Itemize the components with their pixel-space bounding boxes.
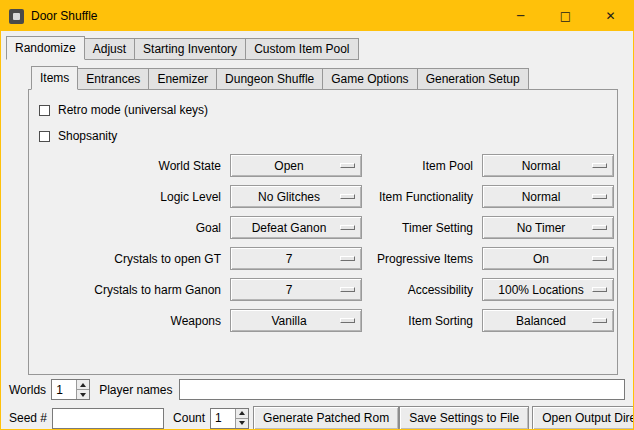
crystals-harm-ganon-dropdown[interactable]: 7 bbox=[230, 278, 362, 301]
arrow-down-icon bbox=[80, 393, 86, 397]
main-tab-bar: Randomize Adjust Starting Inventory Cust… bbox=[6, 36, 633, 60]
item-pool-label: Item Pool bbox=[369, 159, 475, 173]
world-state-dropdown[interactable]: Open bbox=[230, 154, 362, 177]
count-spinbox[interactable] bbox=[210, 408, 249, 429]
count-label: Count bbox=[173, 411, 205, 425]
close-icon: ✕ bbox=[605, 9, 615, 23]
arrow-up-icon bbox=[80, 383, 86, 387]
item-functionality-label: Item Functionality bbox=[369, 190, 475, 204]
world-state-label: World State bbox=[41, 159, 223, 173]
crystals-open-gt-label: Crystals to open GT bbox=[41, 252, 223, 266]
item-sorting-label: Item Sorting bbox=[369, 314, 475, 328]
weapons-label: Weapons bbox=[41, 314, 223, 328]
shopsanity-label: Shopsanity bbox=[58, 129, 117, 143]
dropdown-indicator-icon bbox=[592, 163, 607, 168]
worlds-spin-up-button[interactable] bbox=[77, 380, 89, 390]
tab-dungeon-shuffle[interactable]: Dungeon Shuffle bbox=[216, 68, 323, 90]
tab-starting-inventory[interactable]: Starting Inventory bbox=[134, 38, 246, 60]
weapons-dropdown[interactable]: Vanilla bbox=[230, 309, 362, 332]
dropdown-indicator-icon bbox=[592, 256, 607, 261]
seed-row: Seed # Count Generate Patched Rom Save S… bbox=[9, 406, 626, 429]
dropdown-indicator-icon bbox=[592, 318, 607, 323]
minimize-button[interactable]: ─ bbox=[498, 1, 543, 31]
progressive-items-dropdown[interactable]: On bbox=[482, 247, 614, 270]
goal-dropdown[interactable]: Defeat Ganon bbox=[230, 216, 362, 239]
seed-label: Seed # bbox=[9, 411, 47, 425]
dropdown-indicator-icon bbox=[340, 287, 355, 292]
options-grid: World State Open Item Pool Normal Logic … bbox=[41, 154, 609, 332]
shopsanity-checkbox-row[interactable]: Shopsanity bbox=[39, 128, 609, 144]
caption-buttons: ─ □ ✕ bbox=[498, 1, 633, 31]
timer-setting-value: No Timer bbox=[517, 221, 580, 235]
dropdown-indicator-icon bbox=[340, 256, 355, 261]
world-state-value: Open bbox=[274, 159, 317, 173]
dropdown-indicator-icon bbox=[592, 194, 607, 199]
tab-randomize[interactable]: Randomize bbox=[6, 36, 85, 60]
dropdown-indicator-icon bbox=[592, 287, 607, 292]
shopsanity-checkbox[interactable] bbox=[39, 131, 50, 142]
sub-tab-bar: Items Entrances Enemizer Dungeon Shuffle… bbox=[31, 66, 618, 90]
crystals-open-gt-value: 7 bbox=[286, 252, 307, 266]
bottom-bar: Worlds Player names Seed # Count bbox=[1, 375, 633, 429]
logic-level-label: Logic Level bbox=[41, 190, 223, 204]
generate-patched-rom-button[interactable]: Generate Patched Rom bbox=[253, 406, 399, 429]
dropdown-indicator-icon bbox=[340, 318, 355, 323]
logic-level-value: No Glitches bbox=[258, 190, 334, 204]
tab-generation-setup[interactable]: Generation Setup bbox=[417, 68, 529, 90]
maximize-button[interactable]: □ bbox=[543, 1, 588, 31]
tab-adjust[interactable]: Adjust bbox=[84, 38, 135, 60]
retro-mode-checkbox-row[interactable]: Retro mode (universal keys) bbox=[39, 102, 609, 118]
tab-entrances[interactable]: Entrances bbox=[77, 68, 149, 90]
logic-level-dropdown[interactable]: No Glitches bbox=[230, 185, 362, 208]
dropdown-indicator-icon bbox=[340, 225, 355, 230]
open-output-directory-button[interactable]: Open Output Directory bbox=[532, 406, 633, 429]
tab-game-options[interactable]: Game Options bbox=[322, 68, 417, 90]
weapons-value: Vanilla bbox=[271, 314, 320, 328]
player-names-input[interactable] bbox=[179, 379, 626, 400]
worlds-spin-down-button[interactable] bbox=[77, 390, 89, 399]
goal-label: Goal bbox=[41, 221, 223, 235]
window: Door Shuffle ─ □ ✕ Randomize Adjust Star… bbox=[0, 0, 634, 430]
worlds-spin-arrows bbox=[76, 380, 89, 399]
crystals-harm-ganon-value: 7 bbox=[286, 283, 307, 297]
timer-setting-label: Timer Setting bbox=[369, 221, 475, 235]
items-panel: Retro mode (universal keys) Shopsanity W… bbox=[28, 89, 618, 375]
minimize-icon: ─ bbox=[517, 9, 524, 23]
window-title: Door Shuffle bbox=[31, 9, 98, 23]
save-settings-button[interactable]: Save Settings to File bbox=[399, 406, 529, 429]
item-sorting-value: Balanced bbox=[516, 314, 580, 328]
item-pool-value: Normal bbox=[522, 159, 575, 173]
tab-enemizer[interactable]: Enemizer bbox=[148, 68, 217, 90]
retro-mode-checkbox[interactable] bbox=[39, 105, 50, 116]
titlebar: Door Shuffle ─ □ ✕ bbox=[1, 1, 633, 31]
crystals-open-gt-dropdown[interactable]: 7 bbox=[230, 247, 362, 270]
accessibility-label: Accessibility bbox=[369, 283, 475, 297]
accessibility-dropdown[interactable]: 100% Locations bbox=[482, 278, 614, 301]
randomize-notebook: Items Entrances Enemizer Dungeon Shuffle… bbox=[28, 66, 618, 375]
app-icon bbox=[9, 9, 24, 24]
progressive-items-value: On bbox=[533, 252, 563, 266]
dropdown-indicator-icon bbox=[592, 225, 607, 230]
crystals-harm-ganon-label: Crystals to harm Ganon bbox=[41, 283, 223, 297]
worlds-label: Worlds bbox=[9, 383, 46, 397]
goal-value: Defeat Ganon bbox=[252, 221, 341, 235]
worlds-spinbox[interactable] bbox=[51, 379, 90, 400]
count-spin-down-button[interactable] bbox=[236, 419, 248, 428]
close-button[interactable]: ✕ bbox=[588, 1, 633, 31]
tab-custom-item-pool[interactable]: Custom Item Pool bbox=[245, 38, 358, 60]
count-spin-up-button[interactable] bbox=[236, 409, 248, 419]
worlds-input[interactable] bbox=[52, 380, 76, 399]
item-sorting-dropdown[interactable]: Balanced bbox=[482, 309, 614, 332]
client-area: Randomize Adjust Starting Inventory Cust… bbox=[1, 31, 633, 429]
accessibility-value: 100% Locations bbox=[498, 283, 597, 297]
dropdown-indicator-icon bbox=[340, 163, 355, 168]
timer-setting-dropdown[interactable]: No Timer bbox=[482, 216, 614, 239]
item-pool-dropdown[interactable]: Normal bbox=[482, 154, 614, 177]
tab-items[interactable]: Items bbox=[31, 66, 78, 90]
player-names-label: Player names bbox=[99, 383, 172, 397]
item-functionality-dropdown[interactable]: Normal bbox=[482, 185, 614, 208]
count-input[interactable] bbox=[211, 409, 235, 428]
retro-mode-label: Retro mode (universal keys) bbox=[58, 103, 208, 117]
seed-input[interactable] bbox=[52, 408, 164, 429]
count-spin-arrows bbox=[235, 409, 248, 428]
